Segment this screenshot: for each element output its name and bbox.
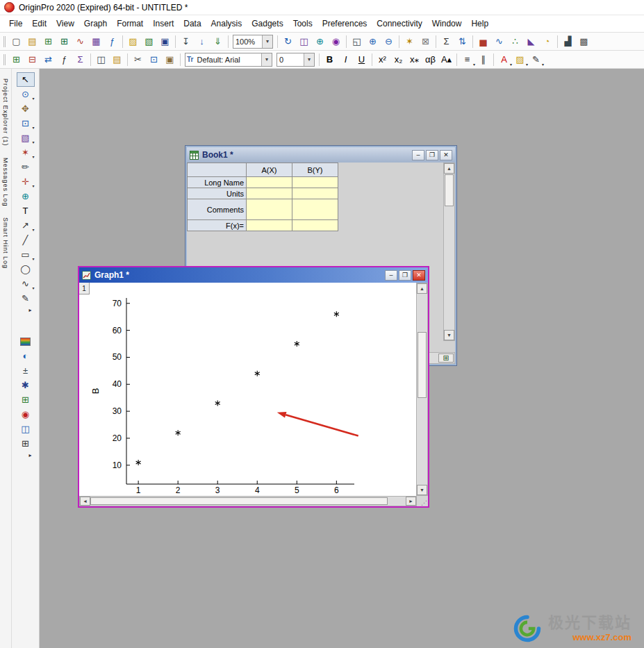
graph1-titlebar[interactable]: Graph1 * – ❐ ✕ xyxy=(79,267,428,283)
cell[interactable] xyxy=(292,177,338,188)
menu-file[interactable]: File xyxy=(4,17,27,31)
menu-analysis[interactable]: Analysis xyxy=(206,17,247,31)
toolbar-grip-icon[interactable] xyxy=(3,36,6,47)
scrollbar-thumb[interactable] xyxy=(90,497,388,505)
cell[interactable] xyxy=(292,188,338,199)
open-excel-button[interactable]: ▧ xyxy=(141,34,157,49)
new-function-plot-button[interactable]: ƒ xyxy=(104,34,120,49)
plot-pie-button[interactable]: ◔ xyxy=(539,34,555,49)
set-values-button[interactable]: ƒ xyxy=(56,52,72,67)
add-column-button[interactable]: ⊞ xyxy=(8,52,24,67)
cell[interactable] xyxy=(247,220,292,231)
save-project-button[interactable]: ▣ xyxy=(157,34,173,49)
template-library-button[interactable]: ▩ xyxy=(576,34,592,49)
new-workbook-button[interactable]: ⊞ xyxy=(40,34,56,49)
color-scale-tool[interactable] xyxy=(17,334,35,349)
scroll-right-button[interactable]: ► xyxy=(406,497,416,506)
font-size-select[interactable]: 0▾ xyxy=(276,53,315,67)
menu-graph[interactable]: Graph xyxy=(79,17,112,31)
new-graph-button[interactable]: ∿ xyxy=(72,34,88,49)
graph-horizontal-scrollbar[interactable]: ◄ ► xyxy=(79,496,417,506)
rectangle-tool[interactable]: ▭▾ xyxy=(17,247,35,262)
menu-connectivity[interactable]: Connectivity xyxy=(372,17,427,31)
graph1-window[interactable]: Graph1 * – ❐ ✕ 10203040506070123456B 1 ▲ xyxy=(78,266,429,508)
increase-font-button[interactable]: A▴ xyxy=(438,52,454,67)
font-select[interactable]: TrDefault: Arial▾ xyxy=(185,53,272,67)
toolbar-grip-icon[interactable] xyxy=(3,54,6,65)
scrollbar-thumb[interactable] xyxy=(445,174,454,206)
chevron-down-icon[interactable]: ▾ xyxy=(32,140,34,144)
fill-color-button[interactable]: ▨▾ xyxy=(512,52,528,67)
font-color-button[interactable]: A▾ xyxy=(496,52,512,67)
worksheet-query-tool[interactable]: ⊞ xyxy=(17,436,35,451)
annotation-arrow-head[interactable] xyxy=(277,412,287,418)
insert-equation-tool[interactable]: ± xyxy=(17,363,35,378)
draw-data-tool[interactable]: ✏ xyxy=(17,160,35,174)
protect-sheet-button[interactable]: ⊠ xyxy=(418,34,434,49)
close-button[interactable]: ✕ xyxy=(413,270,425,281)
statistics-button[interactable]: Σ xyxy=(72,52,88,67)
row-label[interactable]: Long Name xyxy=(188,177,247,188)
screen-capture-button[interactable]: ◉ xyxy=(328,34,344,49)
data-point[interactable] xyxy=(295,341,299,347)
scroll-down-button[interactable]: ▼ xyxy=(444,330,454,340)
menu-window[interactable]: Window xyxy=(427,17,467,31)
circle-tool[interactable]: ◯ xyxy=(17,262,35,276)
scrollbar-thumb[interactable] xyxy=(418,332,427,398)
data-point[interactable] xyxy=(255,371,260,376)
chevron-down-icon[interactable]: ▾ xyxy=(32,285,34,290)
graph-vertical-scrollbar[interactable]: ▲ ▼ xyxy=(416,283,428,496)
data-point[interactable] xyxy=(334,311,339,317)
menu-format[interactable]: Format xyxy=(112,17,148,31)
italic-button[interactable]: I xyxy=(338,52,354,67)
import-single-ascii-button[interactable]: ↓ xyxy=(194,34,210,49)
region-zoom-tool[interactable]: ⊡▾ xyxy=(17,116,35,131)
data-point[interactable] xyxy=(176,430,181,435)
align-button[interactable]: ≡▾ xyxy=(459,52,475,67)
row-label[interactable]: Comments xyxy=(188,199,247,220)
bold-button[interactable]: B xyxy=(322,52,338,67)
cell[interactable] xyxy=(292,220,338,231)
cell[interactable] xyxy=(247,177,292,188)
menu-preferences[interactable]: Preferences xyxy=(317,17,372,31)
menu-data[interactable]: Data xyxy=(179,17,206,31)
menu-tools[interactable]: Tools xyxy=(288,17,317,31)
resize-grip[interactable]: ⋰ xyxy=(417,496,428,506)
add-layer-button[interactable]: ⊕ xyxy=(312,34,328,49)
zoom-out-button[interactable]: ⊖ xyxy=(381,34,397,49)
book1-titlebar[interactable]: Book1 * – ❐ ✕ xyxy=(187,147,455,163)
underline-button[interactable]: U xyxy=(354,52,370,67)
plot-3d-bar-button[interactable]: ▟ xyxy=(560,34,576,49)
insert-excel-object-tool[interactable]: ⊞ xyxy=(17,392,35,407)
master-page-tool[interactable]: ◐ xyxy=(17,349,35,363)
screen-reader-tool[interactable]: ⊕ xyxy=(17,189,35,203)
line-color-button[interactable]: ✎▾ xyxy=(528,52,544,67)
refresh-button[interactable]: ↻ xyxy=(280,34,296,49)
restore-button[interactable]: ❐ xyxy=(399,270,411,281)
page-number-badge[interactable]: 1 xyxy=(79,283,90,294)
menu-insert[interactable]: Insert xyxy=(148,17,179,31)
side-tab-smart-hint-log[interactable]: Smart Hint Log xyxy=(2,212,9,274)
plot-area-button[interactable]: ◣ xyxy=(523,34,539,49)
duplicate-window-button[interactable]: ◫ xyxy=(296,34,312,49)
book-vertical-scrollbar[interactable]: ▲ ▼ xyxy=(443,163,455,341)
mask-tool[interactable]: ✶▾ xyxy=(17,145,35,160)
column-header-b-y[interactable]: B(Y) xyxy=(292,163,338,177)
new-excel-button[interactable]: ⊞ xyxy=(56,34,72,49)
sort-button[interactable]: ⇅ xyxy=(454,34,470,49)
minimize-button[interactable]: – xyxy=(412,150,424,160)
chevron-down-icon[interactable]: ▾ xyxy=(32,183,34,188)
chevron-down-icon[interactable]: ▾ xyxy=(261,53,272,66)
side-tab-messages-log[interactable]: Messages Log xyxy=(2,152,9,213)
plot-scatter-button[interactable]: ∴ xyxy=(507,34,523,49)
plot-bar-button[interactable]: ▅ xyxy=(475,34,491,49)
properties-button[interactable]: ▤ xyxy=(109,52,125,67)
theme-organizer-button[interactable]: ✶ xyxy=(402,34,418,49)
menu-help[interactable]: Help xyxy=(466,17,493,31)
fit-page-button[interactable]: ◱ xyxy=(349,34,365,49)
scroll-up-button[interactable]: ▲ xyxy=(417,283,427,294)
chevron-down-icon[interactable]: ▾ xyxy=(542,62,544,67)
new-matrix-button[interactable]: ▦ xyxy=(88,34,104,49)
polyline-tool[interactable]: ∿▾ xyxy=(17,276,35,291)
scroll-down-button[interactable]: ▼ xyxy=(417,485,427,495)
